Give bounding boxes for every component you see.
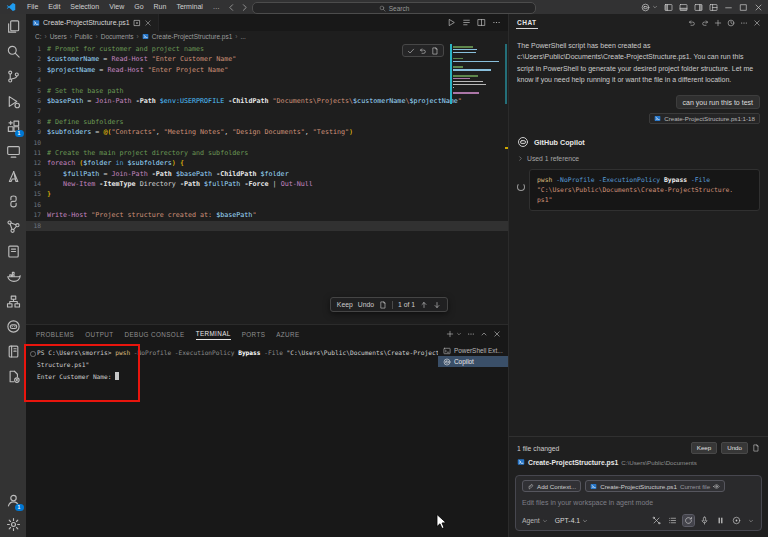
breadcrumb-item[interactable]: Public	[75, 33, 93, 40]
activity-explorer[interactable]	[6, 19, 21, 34]
menu-selection[interactable]: Selection	[65, 0, 104, 14]
add-context-chip[interactable]: Add Context...	[522, 480, 581, 492]
close-icon[interactable]	[754, 3, 763, 12]
activity-hierarchy[interactable]	[6, 294, 21, 309]
mode-picker[interactable]: Agent	[522, 517, 548, 524]
undo-icon[interactable]	[419, 47, 427, 55]
menu-edit[interactable]: Edit	[43, 0, 65, 14]
panel-tab-output[interactable]: OUTPUT	[85, 328, 113, 340]
menu-terminal[interactable]: Terminal	[171, 0, 207, 14]
check-icon[interactable]	[407, 47, 415, 55]
chevron-up-icon[interactable]	[480, 330, 488, 338]
changed-file-row[interactable]: Create-ProjectStructure.ps1 C:\Users\Pub…	[517, 458, 760, 466]
nav-back-icon[interactable]	[227, 3, 236, 12]
terminal-instance-copilot[interactable]: Copilot	[438, 356, 508, 367]
activity-share[interactable]	[6, 219, 21, 234]
undo-icon[interactable]	[688, 19, 696, 27]
terminal[interactable]: PS C:\Users\smorris> pwsh -NoProfile -Ex…	[26, 342, 438, 537]
undo-button[interactable]: Undo	[358, 301, 374, 308]
layout-sidebar-right-icon[interactable]	[694, 3, 703, 12]
doc-icon[interactable]	[431, 47, 439, 55]
keep-button[interactable]: Keep	[337, 301, 353, 308]
user-message-reference[interactable]: Create-ProjectStructure.ps1:1-18	[649, 113, 760, 124]
view-diff-icon[interactable]	[752, 444, 760, 452]
list-button[interactable]	[667, 515, 678, 526]
minimize-icon[interactable]	[724, 3, 733, 12]
nav-forward-icon[interactable]	[240, 3, 249, 12]
history-icon[interactable]	[727, 19, 735, 27]
run-menu-icon[interactable]	[462, 18, 471, 27]
panel-tab-azure[interactable]: AZURE	[276, 328, 299, 340]
chat-input-box[interactable]: Add Context... Create-ProjectStructure.p…	[515, 475, 762, 531]
undo-all-button[interactable]: Undo	[721, 442, 748, 454]
mic-button[interactable]	[699, 515, 710, 526]
chevron-down-button[interactable]	[747, 517, 755, 525]
references-toggle[interactable]: Used 1 reference	[517, 155, 760, 162]
activity-extensions[interactable]: 1	[6, 119, 21, 134]
close-icon[interactable]	[753, 19, 761, 27]
activity-notebook[interactable]	[6, 344, 21, 359]
terminal-command-preview[interactable]: pwsh -NoProfile -ExecutionPolicy Bypass …	[529, 169, 760, 211]
activity-remote-explorer[interactable]	[6, 144, 21, 159]
chevron-down-icon[interactable]	[652, 4, 658, 10]
code-editor[interactable]: 1# Prompt for customer and project names…	[26, 42, 508, 324]
plus-icon[interactable]	[446, 330, 454, 338]
activity-run-and-debug[interactable]	[6, 94, 21, 109]
activity-search[interactable]	[6, 44, 21, 59]
menu-file[interactable]: File	[22, 0, 43, 14]
eye-icon[interactable]	[713, 483, 720, 490]
redo-icon[interactable]	[701, 19, 709, 27]
layout-panel-icon[interactable]	[679, 3, 688, 12]
send-button[interactable]	[731, 515, 742, 526]
pending-changes-icon[interactable]	[133, 19, 141, 27]
breadcrumb-item[interactable]: Users	[50, 33, 67, 40]
chevron-down-icon[interactable]	[456, 331, 462, 337]
plus-icon[interactable]	[714, 19, 722, 27]
activity-accounts[interactable]: 1	[6, 493, 21, 508]
minimap[interactable]	[450, 44, 502, 106]
panel-tab-terminal[interactable]: TERMINAL	[196, 327, 231, 340]
pause-button[interactable]	[715, 515, 726, 526]
breadcrumb-item[interactable]: C:	[35, 33, 42, 40]
previous-change-icon[interactable]	[420, 301, 428, 309]
file-icon[interactable]	[379, 301, 387, 309]
maximize-icon[interactable]	[739, 3, 748, 12]
menu-overflow[interactable]: …	[208, 0, 225, 14]
command-center-search[interactable]: Search	[252, 2, 536, 14]
panel-tab-debug-console[interactable]: DEBUG CONSOLE	[125, 328, 185, 340]
more-icon[interactable]	[492, 18, 501, 27]
breadcrumb-item[interactable]: ...	[241, 33, 246, 40]
menu-go[interactable]: Go	[129, 0, 148, 14]
next-change-icon[interactable]	[433, 301, 441, 309]
activity-azure[interactable]	[6, 169, 21, 184]
tab-close-icon[interactable]	[144, 19, 152, 27]
tools-button[interactable]	[651, 515, 662, 526]
split-editor-icon[interactable]	[477, 18, 486, 27]
breadcrumb-item[interactable]: Create-ProjectStructure.ps1	[152, 33, 233, 40]
activity-docker[interactable]	[6, 269, 21, 284]
terminal-instance-powershell-ext-[interactable]: PowerShell Ext...	[438, 345, 508, 356]
panel-tab-problems[interactable]: PROBLEMS	[36, 328, 74, 340]
activity-notebook-edit[interactable]	[6, 244, 21, 259]
layout-custom-icon[interactable]	[709, 3, 718, 12]
more-icon[interactable]	[740, 19, 748, 27]
sync-button[interactable]	[683, 515, 694, 526]
activity-python[interactable]	[6, 194, 21, 209]
play-icon[interactable]	[447, 18, 456, 27]
copilot-icon[interactable]	[641, 3, 650, 12]
keep-all-button[interactable]: Keep	[691, 442, 717, 454]
activity-copilot[interactable]	[6, 319, 21, 334]
more-icon[interactable]	[467, 330, 475, 338]
activity-settings[interactable]	[6, 517, 21, 532]
menu-view[interactable]: View	[104, 0, 129, 14]
close-icon[interactable]	[493, 330, 501, 338]
menu-run[interactable]: Run	[149, 0, 172, 14]
model-picker[interactable]: GPT-4.1	[555, 517, 588, 524]
layout-sidebar-left-icon[interactable]	[664, 3, 673, 12]
activity-source-control[interactable]	[6, 69, 21, 84]
breadcrumb-item[interactable]: Documents	[101, 33, 134, 40]
panel-tab-ports[interactable]: PORTS	[242, 328, 266, 340]
activity-file-settings[interactable]	[6, 369, 21, 384]
tab-chat[interactable]: CHAT	[516, 16, 538, 29]
attached-file-chip[interactable]: Create-ProjectStructure.ps1 Current file	[585, 480, 725, 492]
